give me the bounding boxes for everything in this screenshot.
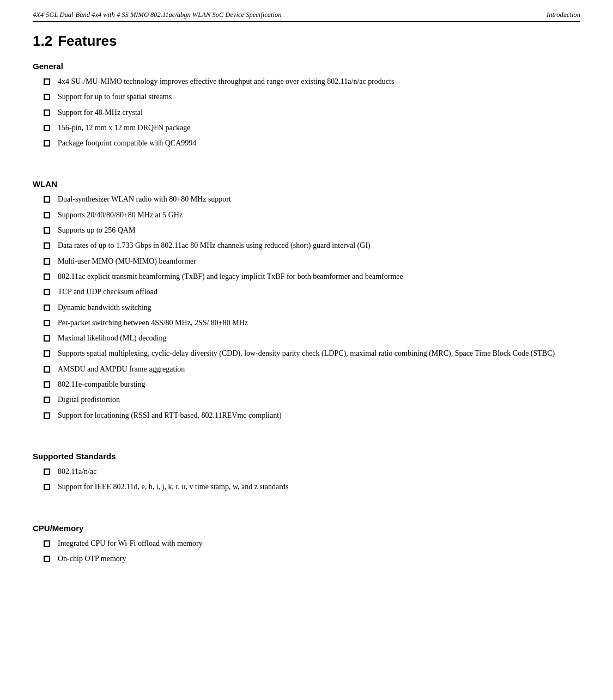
svg-rect-5 [44,197,50,202]
list-item-text: TCP and UDP checksum offload [58,287,157,297]
svg-rect-3 [44,125,50,131]
page-title: 1.2Features [33,33,580,50]
list-item-text: Supports spatial multiplexing, cyclic-de… [58,348,555,359]
bullet-square-icon [44,93,53,104]
bullet-square-icon [44,257,53,268]
bullet-square-icon [44,77,53,88]
svg-rect-23 [44,556,50,562]
list-item-text: Dynamic bandwidth switching [58,302,151,313]
header-left: 4X4-5GL Dual-Band 4x4 with 4 SS MIMO 802… [33,11,281,19]
list-item-text: 4x4 SU-/MU-MIMO technology improves effe… [58,76,394,87]
list-item-text: Multi-user MIMO (MU-MIMO) beamformer [58,256,196,267]
list-item-text: Digital predistortion [58,394,120,405]
svg-rect-7 [44,228,50,233]
bullet-square-icon [44,349,53,360]
list-item-text: Supports up to 256 QAM [58,225,135,236]
bullet-square-icon [44,139,53,150]
list-item: Maximal likelihood (ML) decoding [44,333,580,345]
list-item-text: 802.11ac explicit transmit beamforming (… [58,271,403,282]
svg-rect-22 [44,541,50,546]
list-item: TCP and UDP checksum offload [44,287,580,299]
svg-rect-17 [44,382,50,387]
bullet-square-icon [44,319,53,330]
section-title-supported-standards: Supported Standards [33,452,580,461]
bullet-square-icon [44,303,53,314]
list-item-text: 802.11e-compatible bursting [58,379,145,390]
svg-rect-2 [44,110,50,115]
page-container: 4X4-5GL Dual-Band 4x4 with 4 SS MIMO 802… [0,0,613,591]
svg-rect-12 [44,305,50,311]
list-item-text: Package footprint compatible with QCA999… [58,138,196,149]
bullet-list-general: 4x4 SU-/MU-MIMO technology improves effe… [33,76,580,150]
section-title-general: General [33,62,580,71]
sections-container: General4x4 SU-/MU-MIMO technology improv… [33,62,580,565]
list-item-text: Integrated CPU for Wi-Fi offload with me… [58,538,203,549]
list-item: Supports 20/40/80/80+80 MHz at 5 GHz [44,210,580,222]
list-item-text: Dual-synthesizer WLAN radio with 80+80 M… [58,194,231,205]
svg-rect-18 [44,397,50,403]
list-item: Dual-synthesizer WLAN radio with 80+80 M… [44,194,580,206]
svg-rect-13 [44,320,50,326]
section-number: 1.2 [33,33,52,49]
list-item: 802.11a/n/ac [44,466,580,478]
list-item: Data rates of up to 1.733 Gbps in 802.11… [44,240,580,252]
svg-rect-14 [44,336,50,341]
svg-rect-20 [44,469,50,474]
list-item: Support for IEEE 802.11d, e, h, i, j, k,… [44,482,580,494]
bullet-square-icon [44,395,53,406]
list-item-text: Data rates of up to 1.733 Gbps in 802.11… [58,240,371,251]
list-item: Support for 48-MHz crystal [44,107,580,119]
list-item: Per-packet switching between 4SS/80 MHz,… [44,318,580,330]
list-item-text: Per-packet switching between 4SS/80 MHz,… [58,318,248,328]
bullet-square-icon [44,124,53,135]
bullet-square-icon [44,483,53,494]
list-item: Package footprint compatible with QCA999… [44,138,580,150]
list-item: Support for locationing (RSSI and RTT-ba… [44,410,580,422]
bullet-square-icon [44,226,53,237]
section-title-cpu-memory: CPU/Memory [33,524,580,533]
list-item: Dynamic bandwidth switching [44,302,580,314]
svg-rect-8 [44,243,50,248]
bullet-square-icon [44,108,53,119]
bullet-list-supported-standards: 802.11a/n/acSupport for IEEE 802.11d, e,… [33,466,580,494]
section-spacer [33,425,580,442]
bullet-square-icon [44,211,53,222]
list-item: On-chip OTP memory [44,553,580,565]
header-right: Introduction [547,11,580,19]
bullet-square-icon [44,272,53,283]
bullet-square-icon [44,241,53,252]
svg-rect-6 [44,212,50,218]
page-header: 4X4-5GL Dual-Band 4x4 with 4 SS MIMO 802… [33,11,580,22]
svg-rect-11 [44,289,50,295]
list-item-text: Maximal likelihood (ML) decoding [58,333,166,344]
list-item-text: Support for IEEE 802.11d, e, h, i, j, k,… [58,482,288,492]
svg-rect-19 [44,413,50,418]
svg-rect-9 [44,259,50,264]
svg-rect-16 [44,367,50,372]
bullet-square-icon [44,288,53,299]
bullet-square-icon [44,195,53,206]
list-item-text: 802.11a/n/ac [58,466,96,477]
svg-rect-10 [44,274,50,279]
list-item-text: Supports 20/40/80/80+80 MHz at 5 GHz [58,210,183,221]
svg-rect-4 [44,141,50,146]
bullet-square-icon [44,467,53,478]
bullet-list-wlan: Dual-synthesizer WLAN radio with 80+80 M… [33,194,580,422]
list-item-text: Support for up to four spatial streams [58,92,172,102]
list-item: Supports up to 256 QAM [44,225,580,237]
svg-rect-15 [44,351,50,356]
section-spacer [33,497,580,514]
list-item-text: Support for locationing (RSSI and RTT-ba… [58,410,282,421]
bullet-list-cpu-memory: Integrated CPU for Wi-Fi offload with me… [33,538,580,566]
bullet-square-icon [44,334,53,345]
section-title-wlan: WLAN [33,179,580,188]
section-spacer [33,153,580,169]
list-item: 802.11ac explicit transmit beamforming (… [44,271,580,283]
list-item: 802.11e-compatible bursting [44,379,580,391]
bullet-square-icon [44,555,53,565]
svg-rect-0 [44,79,50,84]
list-item: Integrated CPU for Wi-Fi offload with me… [44,538,580,550]
list-item-text: AMSDU and AMPDU frame aggregation [58,364,185,375]
bullet-square-icon [44,365,53,376]
list-item: 4x4 SU-/MU-MIMO technology improves effe… [44,76,580,88]
